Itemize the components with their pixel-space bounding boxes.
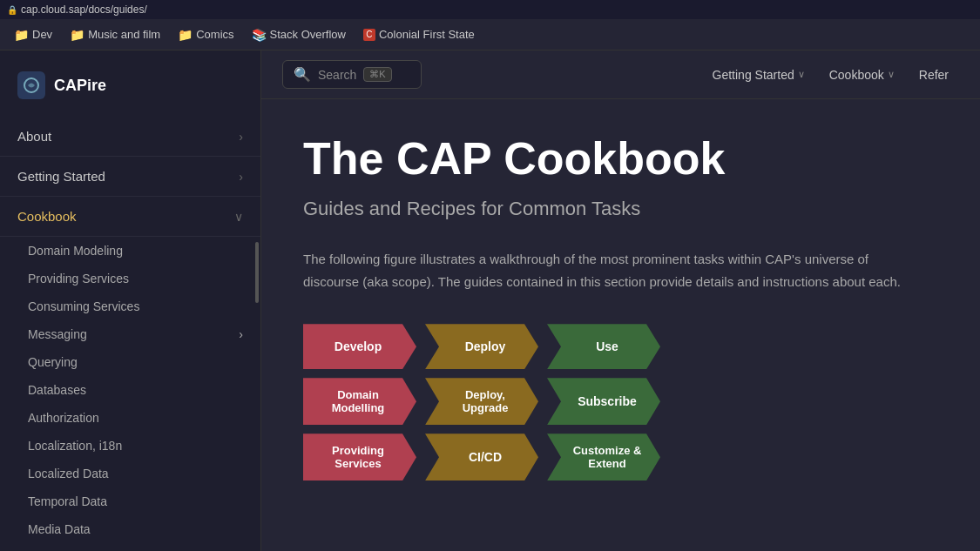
top-nav-links: Getting Started ∨ Cookbook ∨ Refer [702, 63, 959, 87]
sidebar-sub-localization[interactable]: Localization, i18n [0, 432, 260, 460]
bookmark-cfs[interactable]: C Colonial First State [356, 24, 482, 44]
sidebar-sub-authorization[interactable]: Authorization [0, 404, 260, 432]
app-layout: CAPire About › Getting Started › Cookboo… [0, 50, 980, 551]
bookmark-label: Music and film [88, 28, 160, 41]
chevron-down-icon: ∨ [234, 210, 243, 224]
flow-row-3: ProvidingServices CI/CD Customize &Exten… [303, 433, 938, 480]
topnav-reference[interactable]: Refer [909, 63, 959, 87]
flow-item-develop[interactable]: Develop [303, 324, 416, 369]
bookmark-stackoverflow[interactable]: 📚 Stack Overflow [245, 24, 353, 45]
folder-icon: 📁 [14, 28, 29, 42]
folder-icon: 📁 [178, 28, 193, 42]
sidebar-sub-media-data[interactable]: Media Data [0, 515, 260, 543]
chevron-down-icon: ∨ [798, 69, 805, 80]
url-bar[interactable]: cap.cloud.sap/docs/guides/ [21, 3, 147, 16]
logo-text: CAPire [54, 77, 106, 95]
bookmark-comics[interactable]: 📁 Comics [171, 24, 240, 45]
bookmarks-bar: 📁 Dev 📁 Music and film 📁 Comics 📚 Stack … [0, 19, 980, 50]
bookmark-label: Colonial First State [379, 28, 475, 41]
logo-icon [17, 71, 45, 99]
search-icon: 🔍 [294, 66, 311, 83]
search-shortcut: ⌘K [363, 67, 391, 82]
search-placeholder: Search [318, 68, 356, 82]
topnav-cookbook[interactable]: Cookbook ∨ [819, 63, 905, 87]
page-subtitle: Guides and Recipes for Common Tasks [303, 198, 938, 220]
cfs-favicon: C [363, 29, 375, 41]
bookmark-dev[interactable]: 📁 Dev [7, 24, 59, 45]
flow-item-providing-services[interactable]: ProvidingServices [303, 433, 416, 480]
sidebar-sub-temporal-data[interactable]: Temporal Data [0, 487, 260, 515]
bookmark-music[interactable]: 📁 Music and film [63, 24, 167, 45]
sidebar-sub-providing-services[interactable]: Providing Services [0, 265, 260, 292]
topnav-getting-started[interactable]: Getting Started ∨ [702, 63, 815, 87]
sidebar: CAPire About › Getting Started › Cookboo… [0, 50, 261, 551]
scrollbar-thumb[interactable] [255, 242, 259, 303]
sidebar-sub-databases[interactable]: Databases [0, 376, 260, 404]
sidebar-logo[interactable]: CAPire [0, 64, 260, 117]
flow-item-domain-modeling[interactable]: DomainModelling [303, 378, 416, 425]
flow-item-deploy-upgrade[interactable]: Deploy,Upgrade [425, 378, 538, 425]
top-nav: 🔍 Search ⌘K Getting Started ∨ Cookbook ∨… [261, 50, 980, 99]
flow-row-2: DomainModelling Deploy,Upgrade Subscribe [303, 378, 938, 425]
lock-icon: 🔒 [7, 5, 17, 15]
sidebar-item-getting-started[interactable]: Getting Started › [0, 157, 260, 197]
bookmark-label: Comics [196, 28, 233, 41]
flow-item-deploy[interactable]: Deploy [425, 324, 538, 369]
flow-item-cicd[interactable]: CI/CD [425, 433, 538, 480]
sidebar-sub-domain-modeling[interactable]: Domain Modeling [0, 237, 260, 265]
search-bar[interactable]: 🔍 Search ⌘K [282, 60, 422, 89]
flow-item-customize[interactable]: Customize &Extend [547, 433, 660, 480]
chevron-right-icon: › [239, 327, 243, 341]
chevron-right-icon: › [239, 170, 243, 184]
flow-row-1: Develop Deploy Use [303, 324, 938, 369]
flow-diagram: Develop Deploy Use DomainModelling Deplo… [303, 324, 938, 480]
page-description: The following figure illustrates a walkt… [303, 248, 913, 292]
sidebar-sub-localized-data[interactable]: Localized Data [0, 460, 260, 487]
chevron-right-icon: › [239, 130, 243, 144]
book-icon: 📚 [252, 28, 267, 42]
sidebar-item-label: About [17, 129, 51, 144]
folder-icon: 📁 [70, 28, 84, 42]
flow-item-use[interactable]: Use [547, 324, 660, 369]
sidebar-sub-consuming-services[interactable]: Consuming Services [0, 292, 260, 320]
main-content: 🔍 Search ⌘K Getting Started ∨ Cookbook ∨… [261, 50, 980, 551]
sidebar-item-label: Cookbook [17, 209, 77, 224]
page-title: The CAP Cookbook [303, 134, 938, 184]
content-area: The CAP Cookbook Guides and Recipes for … [261, 99, 980, 551]
sidebar-item-label: Getting Started [17, 169, 105, 184]
sidebar-sub-messaging[interactable]: Messaging › [0, 320, 260, 348]
sidebar-item-about[interactable]: About › [0, 117, 260, 157]
bookmark-label: Stack Overflow [270, 28, 346, 41]
bookmark-label: Dev [32, 28, 52, 41]
flow-item-subscribe[interactable]: Subscribe [547, 378, 660, 425]
browser-chrome: 🔒 cap.cloud.sap/docs/guides/ [0, 0, 980, 19]
chevron-down-icon: ∨ [888, 69, 895, 80]
sidebar-sub-querying[interactable]: Querying [0, 348, 260, 376]
sidebar-item-cookbook[interactable]: Cookbook ∨ [0, 197, 260, 237]
